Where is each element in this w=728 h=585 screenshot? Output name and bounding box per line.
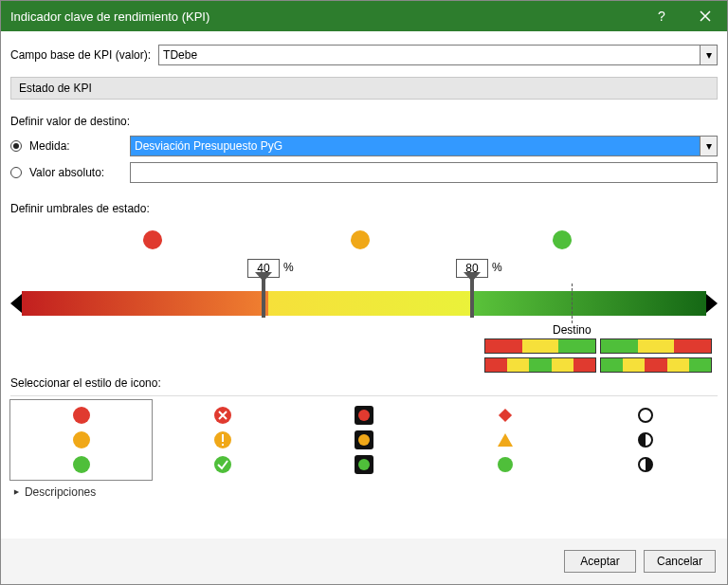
- kpi-base-row: Campo base de KPI (valor): TDebe ▾: [10, 45, 718, 65]
- descriptions-expander[interactable]: ▼ Descripciones: [10, 480, 718, 504]
- svg-marker-15: [498, 433, 513, 447]
- alert-circle-icon: [213, 430, 232, 449]
- absolute-radio[interactable]: [10, 167, 22, 178]
- svg-point-16: [498, 457, 513, 472]
- measure-combo[interactable]: Desviación Presupuesto PyG ▾: [130, 136, 718, 156]
- svg-rect-5: [222, 434, 224, 442]
- dialog-footer: Aceptar Cancelar: [1, 539, 727, 584]
- color-order-gyr[interactable]: [600, 338, 712, 354]
- ok-button[interactable]: Aceptar: [564, 550, 636, 573]
- circle-orange-icon: [72, 430, 91, 449]
- dialog-body: Campo base de KPI (valor): TDebe ▾ Estad…: [1, 31, 727, 539]
- svg-rect-14: [499, 409, 512, 422]
- chevron-down-icon: ▼: [11, 488, 21, 497]
- absolute-radio-label: Valor absoluto:: [29, 166, 122, 179]
- svg-point-0: [73, 407, 90, 424]
- bar-seg-yellow: [268, 291, 474, 316]
- svg-point-13: [358, 459, 370, 470]
- kpi-base-combo[interactable]: TDebe ▾: [158, 45, 718, 65]
- chevron-down-icon: ▾: [700, 46, 717, 64]
- kpi-base-value: TDebe: [163, 48, 197, 62]
- descriptions-label: Descripciones: [25, 485, 96, 499]
- check-circle-icon: [213, 455, 232, 474]
- color-order-ryg[interactable]: [484, 338, 596, 354]
- low-threshold-input[interactable]: [247, 259, 280, 278]
- svg-point-11: [358, 434, 370, 446]
- kpi-dialog: Indicador clave de rendimiento (KPI) ? C…: [0, 0, 728, 585]
- square-orange-icon: [355, 430, 373, 449]
- cancel-button[interactable]: Cancelar: [644, 550, 716, 573]
- svg-rect-6: [222, 444, 224, 446]
- icon-style-3[interactable]: [435, 400, 576, 480]
- low-threshold-suffix: %: [283, 261, 294, 274]
- color-order-gryg[interactable]: [600, 357, 712, 373]
- measure-radio[interactable]: [10, 140, 22, 152]
- absolute-radio-row: Valor absoluto:: [10, 162, 718, 183]
- circle-red-icon: [72, 406, 91, 425]
- svg-point-1: [73, 431, 90, 448]
- square-red-icon: [355, 406, 373, 425]
- close-button[interactable]: [683, 1, 727, 31]
- absolute-input[interactable]: [130, 162, 718, 183]
- status-dots-row: [39, 230, 689, 253]
- pie-row-2: [637, 455, 656, 474]
- circle-green2-icon: [496, 455, 515, 474]
- destino-marker: [572, 283, 573, 323]
- status-dot-green: [553, 230, 572, 249]
- status-dot-orange: [351, 230, 370, 249]
- diamond-red-icon: [496, 406, 515, 425]
- pie-row-1: [637, 430, 656, 449]
- threshold-bar[interactable]: [22, 291, 706, 316]
- pie-row-0: [637, 406, 656, 425]
- titlebar: Indicador clave de rendimiento (KPI) ?: [1, 1, 727, 31]
- x-circle-icon: [213, 406, 232, 425]
- measure-value: Desviación Presupuesto PyG: [135, 139, 282, 153]
- bar-seg-green: [474, 291, 706, 316]
- close-icon: [700, 10, 711, 22]
- square-green-icon: [355, 455, 373, 474]
- measure-radio-label: Medida:: [29, 139, 122, 153]
- kpi-base-label: Campo base de KPI (valor):: [10, 48, 151, 62]
- circle-green-icon: [72, 455, 91, 474]
- triangle-orange-icon: [496, 430, 515, 449]
- color-order-rygr[interactable]: [484, 357, 596, 373]
- svg-point-9: [358, 410, 370, 421]
- icon-style-2[interactable]: [293, 400, 434, 480]
- kpi-state-header: Estado de KPI: [10, 77, 718, 100]
- svg-point-7: [214, 456, 231, 473]
- threshold-area: % % Destino: [10, 229, 718, 371]
- thresholds-label: Definir umbrales de estado:: [10, 202, 718, 215]
- chevron-down-icon: ▾: [700, 137, 717, 155]
- svg-point-2: [73, 456, 90, 473]
- define-target-label: Definir valor de destino:: [10, 115, 718, 128]
- icon-style-4[interactable]: [576, 400, 718, 480]
- high-threshold-input[interactable]: [456, 259, 488, 278]
- icon-style-0[interactable]: [10, 400, 152, 480]
- help-button[interactable]: ?: [640, 1, 683, 31]
- svg-point-17: [639, 409, 652, 422]
- color-order-grid: [484, 338, 712, 373]
- destino-label: Destino: [553, 323, 592, 337]
- icon-style-label: Seleccionar el estilo de icono:: [10, 376, 718, 390]
- status-dot-red: [143, 230, 162, 249]
- bar-seg-red: [22, 291, 268, 316]
- window-title: Indicador clave de rendimiento (KPI): [10, 9, 640, 24]
- high-threshold-suffix: %: [492, 261, 502, 274]
- measure-radio-row: Medida: Desviación Presupuesto PyG ▾: [10, 136, 718, 156]
- icon-style-grid: [10, 395, 718, 480]
- icon-style-1[interactable]: [152, 400, 293, 480]
